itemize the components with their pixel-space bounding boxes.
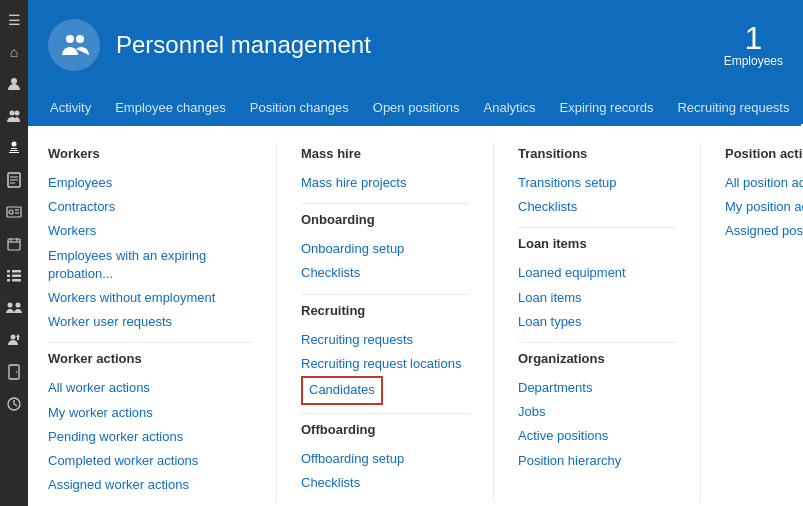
content-area: Workers Employees Contractors Workers Em… [28,126,803,506]
link-transitions-checklists[interactable]: Checklists [518,195,676,219]
link-recruiting-requests[interactable]: Recruiting requests [301,328,469,352]
link-all-worker-actions[interactable]: All worker actions [48,376,252,400]
section-divider-1 [48,342,252,343]
link-candidates[interactable]: Candidates [301,376,383,405]
stat-label: Employees [724,54,783,68]
link-mass-hire-projects[interactable]: Mass hire projects [301,171,469,195]
svg-point-1 [10,111,15,116]
svg-rect-24 [12,279,21,282]
doc-icon[interactable] [0,164,28,196]
sidebar: ☰ ⌂ [0,0,28,506]
svg-rect-4 [11,148,17,149]
stat-number: 1 [724,22,783,54]
person-icon[interactable] [0,68,28,100]
link-transitions-setup[interactable]: Transitions setup [518,171,676,195]
link-employees-expiring[interactable]: Employees with an expiring probation... [48,244,252,286]
svg-point-0 [11,78,17,84]
section-divider-5 [518,227,676,228]
position-actions-section: Position actions All position actions My… [709,142,803,501]
col-divider-1 [276,142,277,501]
link-assigned-position-actions[interactable]: Assigned position actions [725,219,803,243]
link-jobs[interactable]: Jobs [518,400,676,424]
list-icon[interactable] [0,260,28,292]
svg-point-3 [12,142,17,147]
person-card-icon[interactable] [0,196,28,228]
link-employees[interactable]: Employees [48,171,252,195]
link-onboarding-setup[interactable]: Onboarding setup [301,237,469,261]
link-completed-worker-actions[interactable]: Completed worker actions [48,449,252,473]
page-title: Personnel management [116,31,371,59]
hire-section: Mass hire Mass hire projects Onboarding … [285,142,485,501]
workers-title: Workers [48,146,252,163]
section-divider-3 [301,294,469,295]
transitions-title: Transitions [518,146,676,163]
link-pending-worker-actions[interactable]: Pending worker actions [48,425,252,449]
svg-point-27 [11,335,16,340]
svg-rect-23 [7,279,10,282]
link-onboarding-checklists[interactable]: Checklists [301,261,469,285]
link-recruiting-locations[interactable]: Recruiting request locations [301,352,469,376]
nav-tabs: Activity Employee changes Position chang… [28,90,803,126]
module-icon [48,19,100,71]
section-divider-4 [301,413,469,414]
svg-point-2 [15,111,20,116]
svg-rect-22 [12,275,21,278]
transfer-icon[interactable] [0,292,28,324]
link-workers-no-employment[interactable]: Workers without employment [48,286,252,310]
svg-rect-15 [8,239,20,250]
tab-open-positions[interactable]: Open positions [361,90,472,126]
tab-position-changes[interactable]: Position changes [238,90,361,126]
calendar-icon[interactable] [0,228,28,260]
link-loan-types[interactable]: Loan types [518,310,676,334]
svg-rect-19 [7,270,10,273]
link-my-worker-actions[interactable]: My worker actions [48,401,252,425]
svg-rect-21 [7,275,10,278]
tab-recruiting-requests[interactable]: Recruiting requests [665,90,801,126]
workers-section: Workers Employees Contractors Workers Em… [48,142,268,501]
manage-icon[interactable] [0,132,28,164]
link-departments[interactable]: Departments [518,376,676,400]
link-offboarding-setup[interactable]: Offboarding setup [301,447,469,471]
svg-marker-28 [16,334,20,340]
link-active-positions[interactable]: Active positions [518,424,676,448]
recruiting-title: Recruiting [301,303,469,320]
link-loaned-equipment[interactable]: Loaned equipment [518,261,676,285]
hamburger-icon[interactable]: ☰ [0,4,28,36]
link-all-position-actions[interactable]: All position actions [725,171,803,195]
link-assigned-worker-actions[interactable]: Assigned worker actions [48,473,252,497]
group-icon[interactable] [0,100,28,132]
svg-rect-20 [12,270,21,273]
link-offboarding-checklists[interactable]: Checklists [301,471,469,495]
position-actions-title: Position actions [725,146,803,163]
tab-analytics[interactable]: Analytics [472,90,548,126]
home-icon[interactable]: ⌂ [0,36,28,68]
section-divider-6 [518,342,676,343]
link-workers[interactable]: Workers [48,219,252,243]
svg-point-33 [76,35,84,43]
link-worker-user-requests[interactable]: Worker user requests [48,310,252,334]
link-contractors[interactable]: Contractors [48,195,252,219]
mass-hire-title: Mass hire [301,146,469,163]
svg-point-26 [16,303,21,308]
page-header: Personnel management 1 Employees [28,0,803,90]
tab-activity[interactable]: Activity [38,90,103,126]
svg-rect-29 [9,365,19,379]
tab-expiring-records[interactable]: Expiring records [548,90,666,126]
svg-point-32 [66,35,74,43]
svg-point-30 [16,371,18,373]
link-position-hierarchy[interactable]: Position hierarchy [518,449,676,473]
door-icon[interactable] [0,356,28,388]
organizations-title: Organizations [518,351,676,368]
header-stat: 1 Employees [724,22,783,68]
offboarding-title: Offboarding [301,422,469,439]
col-divider-3 [700,142,701,501]
link-my-position-actions[interactable]: My position actions [725,195,803,219]
link-loan-items[interactable]: Loan items [518,286,676,310]
tab-employee-changes[interactable]: Employee changes [103,90,238,126]
links-menu: Workers Employees Contractors Workers Em… [48,142,783,501]
person-up-icon[interactable] [0,324,28,356]
onboarding-title: Onboarding [301,212,469,229]
transitions-section: Transitions Transitions setup Checklists… [502,142,692,501]
clock-icon[interactable] [0,388,28,420]
main-area: Personnel management 1 Employees Activit… [28,0,803,506]
